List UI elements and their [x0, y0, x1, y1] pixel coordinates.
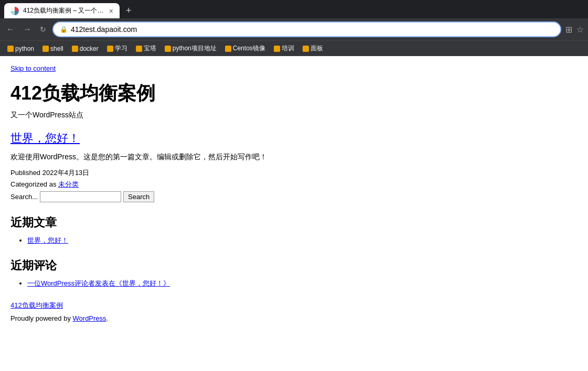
search-row: Search... Search	[10, 191, 578, 202]
bookmark-label: 面板	[311, 44, 323, 53]
footer-credit: Proudly powered by WordPress.	[10, 314, 578, 322]
published-label: Published	[10, 169, 40, 177]
browser-chrome: 412负载均衡案例 – 又一个Word × + ← → ↻ 🔒 412test.…	[0, 0, 588, 56]
list-item: 一位WordPress评论者发表在《世界，您好！》	[27, 279, 578, 288]
recent-comment-link[interactable]: 一位WordPress评论者发表在《世界，您好！》	[27, 279, 170, 287]
page-content: Skip to content 412负载均衡案例 又一个WordPress站点…	[0, 56, 588, 331]
bookmark-docker[interactable]: docker	[69, 44, 102, 53]
bookmark-label: 宝塔	[144, 44, 156, 53]
bookmark-label: 学习	[115, 44, 127, 53]
bookmark-label: Centos镜像	[233, 44, 265, 53]
footer-period: .	[106, 314, 109, 322]
bookmark-icon	[42, 46, 49, 52]
recent-comments-list: 一位WordPress评论者发表在《世界，您好！》	[10, 279, 578, 288]
reload-button[interactable]: ↻	[38, 24, 48, 35]
address-text: 412test.dapaoit.com	[71, 25, 554, 34]
bookmark-baota[interactable]: 宝塔	[133, 43, 159, 54]
bookmark-label: shell	[50, 45, 63, 52]
bookmark-label: python	[15, 45, 34, 52]
category-link[interactable]: 未分类	[58, 180, 79, 188]
tab-close-button[interactable]: ×	[109, 7, 113, 15]
bookmark-label: 培训	[282, 44, 294, 53]
bookmark-icon	[136, 46, 142, 52]
list-item: 世界，您好！	[27, 236, 578, 245]
bookmark-study[interactable]: 学习	[104, 43, 131, 54]
search-label: Search...	[10, 193, 38, 201]
recent-comments-title: 近期评论	[10, 258, 578, 274]
bookmark-star-icon[interactable]: ☆	[576, 25, 584, 35]
active-tab[interactable]: 412负载均衡案例 – 又一个Word ×	[4, 3, 120, 18]
bookmark-icon	[7, 46, 14, 52]
new-tab-button[interactable]: +	[122, 3, 136, 18]
bookmark-panel[interactable]: 面板	[300, 43, 326, 54]
back-button[interactable]: ←	[4, 24, 17, 35]
bookmark-shell[interactable]: shell	[39, 44, 67, 53]
recent-posts-list: 世界，您好！	[10, 236, 578, 245]
bookmark-icon	[225, 46, 231, 52]
footer-site-anchor[interactable]: 412负载均衡案例	[10, 301, 63, 309]
footer: 412负载均衡案例 Proudly powered by WordPress.	[10, 301, 578, 322]
site-subtitle: 又一个WordPress站点	[10, 111, 578, 120]
footer-site-link[interactable]: 412负载均衡案例	[10, 301, 578, 310]
search-input[interactable]	[40, 191, 121, 202]
bookmark-training[interactable]: 培训	[271, 43, 297, 54]
post-title-link[interactable]: 世界，您好！	[10, 130, 578, 146]
post-published: Published 2022年4月13日	[10, 168, 578, 178]
wordpress-link[interactable]: WordPress	[73, 314, 106, 322]
site-title: 412负载均衡案例	[10, 81, 578, 106]
footer-text: Proudly powered by	[10, 314, 71, 322]
extensions-icon[interactable]: ⊞	[565, 25, 572, 35]
recent-posts-title: 近期文章	[10, 215, 578, 231]
categorized-label: Categorized as	[10, 180, 56, 188]
tab-title: 412负载均衡案例 – 又一个Word	[23, 6, 105, 15]
bookmark-centos[interactable]: Centos镜像	[222, 43, 269, 54]
bookmark-python-project[interactable]: python项目地址	[162, 43, 220, 54]
nav-bar: ← → ↻ 🔒 412test.dapaoit.com ⊞ ☆	[0, 18, 588, 40]
skip-to-content-link[interactable]: Skip to content	[10, 64, 578, 72]
bookmark-icon	[303, 46, 309, 52]
bookmark-python[interactable]: python	[4, 44, 37, 53]
bookmark-label: docker	[80, 45, 99, 52]
tab-bar: 412负载均衡案例 – 又一个Word × +	[0, 0, 588, 18]
search-button[interactable]: Search	[123, 191, 154, 202]
bookmarks-bar: python shell docker 学习 宝塔 python项目地址 Cen…	[0, 40, 588, 56]
post-content: 欢迎使用WordPress。这是您的第一篇文章。编辑或删除它，然后开始写作吧！	[10, 152, 578, 162]
bookmark-icon	[274, 46, 280, 52]
bookmark-label: python项目地址	[173, 44, 217, 53]
forward-button[interactable]: →	[21, 24, 34, 35]
address-bar[interactable]: 🔒 412test.dapaoit.com	[52, 21, 561, 37]
post-category: Categorized as 未分类	[10, 180, 578, 189]
recent-post-link[interactable]: 世界，您好！	[27, 236, 68, 244]
nav-right-icons: ⊞ ☆	[565, 25, 584, 35]
tab-favicon	[10, 7, 19, 15]
bookmark-icon	[165, 46, 171, 52]
lock-icon: 🔒	[60, 26, 68, 33]
bookmark-icon	[72, 46, 78, 52]
published-date: 2022年4月13日	[42, 169, 90, 177]
bookmark-icon	[107, 46, 113, 52]
